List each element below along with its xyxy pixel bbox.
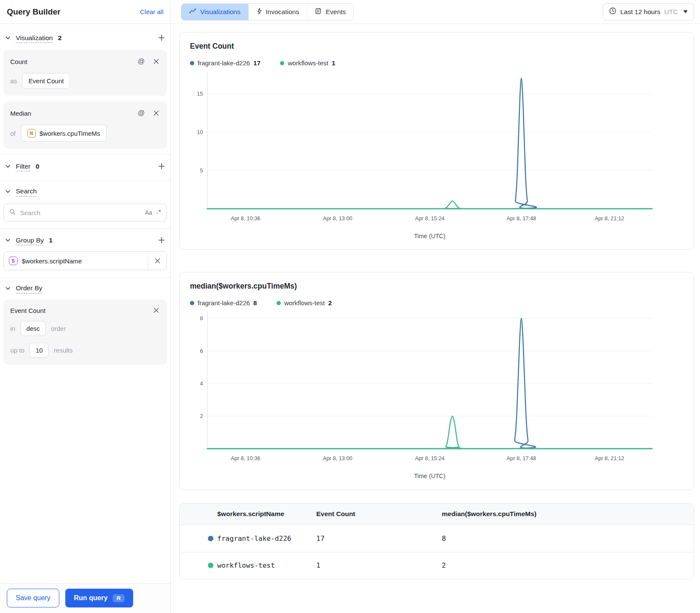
- add-group-by-button[interactable]: [157, 236, 166, 245]
- series-dot-blue: [190, 301, 194, 305]
- order-label: order: [51, 325, 66, 332]
- svg-text:5: 5: [200, 168, 203, 174]
- app-window: Query Builder Clear all Visualization 2 …: [0, 0, 700, 613]
- median-cputime-line-chart[interactable]: 2468Apr 8, 10:36Apr 8, 13:00Apr 8, 15:24…: [190, 310, 683, 482]
- visualization-card-title: Count: [10, 58, 130, 65]
- order-by-section-header: Order By: [3, 277, 167, 298]
- count-alias-chip[interactable]: Event Count: [22, 73, 70, 89]
- legend-series-name: workflows-test: [284, 299, 325, 306]
- alias-icon[interactable]: @: [137, 57, 146, 66]
- as-label: as: [10, 77, 17, 85]
- chevron-down-icon[interactable]: [4, 163, 12, 170]
- page-title: Query Builder: [7, 7, 61, 17]
- filter-count: 0: [35, 163, 39, 170]
- match-case-icon[interactable]: Aa: [145, 209, 152, 216]
- legend-item[interactable]: workflows-test 1: [280, 59, 335, 67]
- search-icon: [9, 208, 16, 217]
- svg-text:Time (UTC): Time (UTC): [414, 233, 446, 239]
- close-icon[interactable]: [152, 306, 160, 314]
- svg-text:Apr 8, 13:00: Apr 8, 13:00: [323, 216, 352, 222]
- order-by-field: Event Count: [10, 307, 146, 314]
- cell-median: 2: [442, 561, 694, 569]
- chart-title: median($workers.cpuTimeMs): [190, 282, 683, 291]
- regex-icon[interactable]: .*: [157, 208, 161, 215]
- cell-script-name: workflows-test: [217, 561, 316, 569]
- svg-text:8: 8: [200, 315, 203, 321]
- series-dot-blue: [208, 536, 213, 541]
- add-filter-button[interactable]: [157, 162, 166, 171]
- visualization-section-title[interactable]: Visualization: [16, 34, 53, 42]
- series-dot-blue: [190, 61, 194, 65]
- visualization-card-title: Median: [10, 110, 130, 117]
- series-dot-green: [280, 61, 284, 65]
- results-panel: Visualizations Invocations Events: [171, 0, 700, 613]
- in-label: in: [10, 325, 15, 332]
- result-limit-button[interactable]: 10: [29, 343, 49, 358]
- chevron-down-icon[interactable]: [4, 236, 12, 244]
- svg-text:Apr 8, 21:12: Apr 8, 21:12: [595, 216, 624, 222]
- chevron-down-icon[interactable]: [4, 285, 12, 292]
- run-query-button[interactable]: Run query R: [65, 589, 133, 607]
- chart-legend: fragrant-lake-d226 17 workflows-test 1: [190, 59, 683, 67]
- string-type-icon: S: [9, 257, 18, 265]
- svg-text:Apr 8, 15:24: Apr 8, 15:24: [415, 216, 444, 222]
- bolt-icon: [257, 8, 262, 16]
- table-row[interactable]: workflows-test 1 2: [180, 552, 694, 579]
- chart-legend: fragrant-lake-d226 8 workflows-test 2: [190, 299, 683, 306]
- search-input[interactable]: [20, 209, 141, 216]
- legend-item[interactable]: workflows-test 2: [277, 299, 332, 306]
- table-row[interactable]: fragrant-lake-d226 17 8: [180, 525, 694, 552]
- clock-icon: [609, 7, 616, 16]
- close-icon[interactable]: [152, 58, 160, 65]
- legend-series-value: 2: [328, 299, 332, 306]
- alias-icon[interactable]: @: [137, 108, 146, 118]
- search-section-header: Search: [3, 181, 167, 201]
- line-chart-icon: [189, 8, 196, 16]
- chevron-down-icon[interactable]: [4, 188, 12, 195]
- svg-text:Time (UTC): Time (UTC): [414, 473, 446, 479]
- remove-group-by-button[interactable]: [148, 252, 166, 270]
- save-query-button[interactable]: Save query: [7, 589, 59, 607]
- group-by-chip[interactable]: S $workers.scriptName: [3, 251, 167, 270]
- svg-text:6: 6: [200, 348, 203, 354]
- time-range-selector[interactable]: Last 12 hours UTC: [603, 3, 694, 20]
- query-builder-sections: Visualization 2 Count @ as: [0, 24, 170, 583]
- order-by-card: Event Count in desc order up to 10 resul…: [3, 300, 167, 365]
- visualization-card-count: Count @ as Event Count: [3, 50, 167, 96]
- add-visualization-button[interactable]: [157, 33, 166, 42]
- query-builder-header: Query Builder Clear all: [0, 0, 170, 24]
- legend-series-name: fragrant-lake-d226: [198, 299, 250, 306]
- cell-script-name: fragrant-lake-d226: [217, 534, 316, 543]
- svg-text:15: 15: [197, 91, 203, 97]
- filter-section-header: Filter 0: [3, 155, 167, 177]
- visualization-section-header: Visualization 2: [3, 26, 167, 48]
- legend-series-value: 17: [254, 59, 261, 67]
- group-by-section-title[interactable]: Group By: [16, 236, 44, 244]
- svg-text:Apr 8, 17:48: Apr 8, 17:48: [507, 456, 536, 462]
- group-by-count: 1: [49, 236, 52, 244]
- query-builder-panel: Query Builder Clear all Visualization 2 …: [0, 0, 171, 613]
- column-header-event-count: Event Count: [316, 510, 442, 518]
- sort-direction-button[interactable]: desc: [20, 321, 46, 336]
- column-header-script-name: $workers.scriptName: [217, 510, 316, 518]
- tab-visualizations[interactable]: Visualizations: [181, 4, 248, 20]
- svg-text:10: 10: [197, 129, 203, 135]
- close-icon[interactable]: [152, 109, 160, 117]
- legend-item[interactable]: fragrant-lake-d226 8: [190, 299, 257, 306]
- chevron-down-icon[interactable]: [4, 34, 12, 41]
- results-table-header: $workers.scriptName Event Count median($…: [180, 504, 694, 525]
- clear-all-button[interactable]: Clear all: [140, 8, 163, 15]
- legend-series-value: 8: [254, 299, 257, 306]
- order-by-section-title[interactable]: Order By: [16, 284, 42, 292]
- svg-text:Apr 8, 13:00: Apr 8, 13:00: [323, 456, 352, 462]
- tab-invocations[interactable]: Invocations: [248, 4, 307, 20]
- number-type-icon: N: [27, 129, 36, 137]
- search-section-title[interactable]: Search: [16, 187, 37, 195]
- legend-item[interactable]: fragrant-lake-d226 17: [190, 59, 260, 67]
- tab-events[interactable]: Events: [307, 4, 353, 20]
- legend-series-name: workflows-test: [288, 59, 328, 67]
- event-count-line-chart[interactable]: 51015Apr 8, 10:36Apr 8, 13:00Apr 8, 15:2…: [190, 70, 683, 242]
- median-field-chip[interactable]: N $workers.cpuTimeMs: [21, 125, 107, 142]
- query-actions-bar: Save query Run query R: [0, 583, 170, 613]
- filter-section-title[interactable]: Filter: [16, 163, 30, 170]
